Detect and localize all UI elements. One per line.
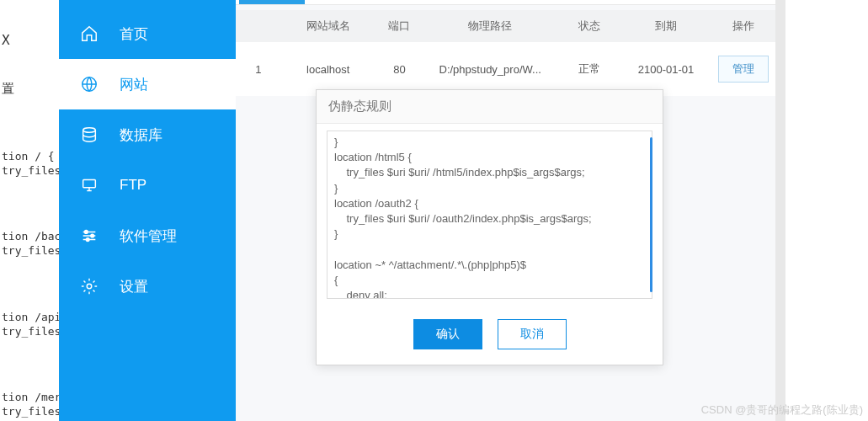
modal-title: 伪静态规则	[317, 90, 663, 124]
svg-point-5	[86, 238, 89, 242]
rules-textarea[interactable]: } location /html5 { try_files $uri $uri/…	[327, 131, 652, 299]
sidebar-item-settings[interactable]: 设置	[59, 261, 236, 312]
cell-idx: 1	[236, 63, 281, 76]
globe-icon	[79, 74, 99, 94]
sliders-icon	[79, 226, 99, 246]
sidebar: 首页 网站 数据库 FTP 软件管理 设置	[59, 0, 236, 421]
svg-point-1	[83, 128, 96, 133]
bg-block: tion /bac try_files	[2, 230, 57, 258]
col-domain: 网站域名	[281, 19, 375, 34]
background-code: X 置 tion / { try_files tion /bac try_fil…	[0, 0, 59, 421]
bg-subtitle: 置	[2, 81, 57, 98]
col-ops: 操作	[711, 19, 775, 34]
textarea-scrollbar[interactable]	[650, 137, 652, 292]
watermark: CSDN @贵哥的编程之路(陈业贵)	[701, 402, 863, 418]
bg-title: X	[2, 32, 57, 50]
table-header: 网站域名 端口 物理路径 状态 到期 操作	[236, 10, 775, 42]
tab-strip	[236, 0, 775, 5]
table-row: 1 localhost 80 D:/phpstudy_pro/W... 正常 2…	[236, 42, 775, 96]
sidebar-item-database[interactable]: 数据库	[59, 109, 236, 160]
sidebar-item-label: 数据库	[120, 125, 162, 145]
sidebar-item-ftp[interactable]: FTP	[59, 160, 236, 210]
bg-block: tion /mer try_files	[2, 391, 57, 419]
cell-domain: localhost	[281, 63, 375, 76]
confirm-button[interactable]: 确认	[413, 319, 482, 349]
sidebar-item-label: 首页	[120, 24, 148, 44]
cell-path: D:/phpstudy_pro/W...	[423, 63, 556, 76]
rewrite-rules-modal: 伪静态规则 } location /html5 { try_files $uri…	[316, 89, 663, 365]
modal-body: } location /html5 { try_files $uri $uri/…	[317, 124, 663, 309]
sidebar-item-software[interactable]: 软件管理	[59, 210, 236, 261]
col-idx	[236, 19, 281, 34]
manage-button[interactable]: 管理	[718, 56, 769, 83]
sidebar-item-label: FTP	[120, 177, 146, 194]
cancel-button[interactable]: 取消	[498, 319, 567, 349]
active-tab-indicator	[239, 0, 305, 4]
svg-point-3	[85, 231, 88, 234]
bg-block: tion / { try_files	[2, 150, 57, 179]
svg-rect-2	[83, 180, 96, 188]
col-status: 状态	[556, 19, 621, 34]
cell-port: 80	[375, 63, 424, 76]
col-path: 物理路径	[423, 19, 556, 34]
cell-ops: 管理	[711, 56, 775, 83]
gear-icon	[79, 276, 99, 296]
sidebar-item-label: 软件管理	[120, 226, 177, 246]
sidebar-item-label: 设置	[120, 277, 148, 296]
col-expire: 到期	[621, 19, 711, 34]
svg-point-4	[91, 234, 94, 237]
scrollbar-track[interactable]	[775, 0, 785, 421]
website-table: 网站域名 端口 物理路径 状态 到期 操作 1 localhost 80 D:/…	[236, 10, 775, 96]
col-port: 端口	[375, 19, 424, 34]
ftp-icon	[79, 175, 99, 195]
sidebar-item-website[interactable]: 网站	[59, 59, 236, 109]
home-icon	[79, 24, 99, 44]
modal-footer: 确认 取消	[317, 309, 663, 365]
sidebar-item-home[interactable]: 首页	[59, 8, 236, 59]
database-icon	[79, 125, 99, 145]
svg-point-6	[87, 284, 92, 289]
cell-status: 正常	[556, 61, 621, 77]
cell-expire: 2100-01-01	[621, 63, 711, 76]
sidebar-item-label: 网站	[120, 75, 148, 94]
bg-block: tion /api try_files	[2, 311, 57, 339]
